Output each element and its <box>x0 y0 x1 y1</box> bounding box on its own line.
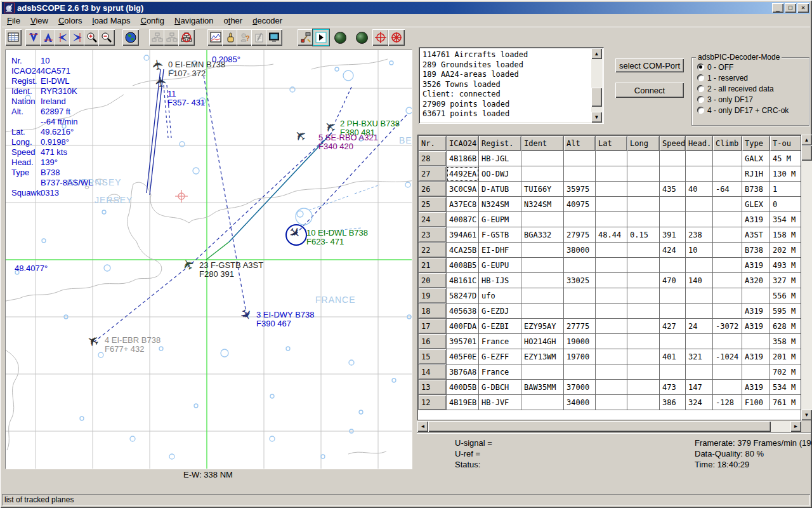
cell[interactable]: 45 M <box>770 151 802 166</box>
column-header[interactable]: Climb <box>713 136 742 151</box>
column-header[interactable]: Head. <box>686 136 713 151</box>
cell[interactable]: 327 M <box>770 273 802 288</box>
cell[interactable]: 40087C <box>447 212 479 227</box>
globe-icon[interactable] <box>122 29 139 46</box>
log-scroll-thumb[interactable] <box>591 88 602 107</box>
cell[interactable] <box>713 166 742 182</box>
cell[interactable] <box>713 212 742 227</box>
cell[interactable] <box>564 166 596 182</box>
cell[interactable]: 595 M <box>770 304 802 319</box>
cell[interactable]: 147 <box>686 380 713 395</box>
cell[interactable]: ufo <box>479 288 521 304</box>
cell[interactable]: 1 <box>770 182 802 197</box>
cell[interactable]: B738 <box>742 182 770 197</box>
cell[interactable]: F-GSTB <box>479 227 521 243</box>
cell[interactable] <box>596 349 627 364</box>
cell[interactable]: 158 M <box>770 227 802 243</box>
cell[interactable] <box>521 395 564 410</box>
cell[interactable] <box>521 151 564 166</box>
cell[interactable]: D-ATUB <box>479 182 521 197</box>
cell[interactable]: G-DBCH <box>479 380 521 395</box>
cell[interactable] <box>686 212 713 227</box>
menu-navigation[interactable]: Navigation <box>169 15 218 27</box>
cell[interactable]: GLEX <box>742 197 770 212</box>
cell[interactable] <box>627 334 660 349</box>
column-header[interactable]: Ident <box>521 136 564 151</box>
cell[interactable] <box>564 288 596 304</box>
cell[interactable]: -1024 <box>713 349 742 364</box>
cell[interactable]: 473 <box>660 380 686 395</box>
row-number-cell[interactable]: 25 <box>419 197 447 212</box>
cell[interactable]: 19000 <box>564 334 596 349</box>
cell[interactable]: G-EZBI <box>479 319 521 334</box>
cell[interactable]: 493 M <box>770 258 802 273</box>
cell[interactable]: EZY13WM <box>521 349 564 364</box>
table-scroll-right-icon[interactable]: ► <box>790 421 801 432</box>
cell[interactable] <box>596 166 627 182</box>
table-icon[interactable] <box>5 29 22 46</box>
cell[interactable]: HB-JVF <box>479 395 521 410</box>
cell[interactable]: N324SM <box>521 197 564 212</box>
cell[interactable] <box>627 319 660 334</box>
cell[interactable]: 394A61 <box>447 227 479 243</box>
row-number-cell[interactable]: 13 <box>419 380 447 395</box>
table-scroll-up-icon[interactable]: ▲ <box>801 135 812 145</box>
cell[interactable] <box>627 197 660 212</box>
row-number-cell[interactable]: 15 <box>419 349 447 364</box>
cell[interactable]: 400D5B <box>447 380 479 395</box>
cell[interactable] <box>660 166 686 182</box>
cell[interactable] <box>660 364 686 380</box>
cell[interactable] <box>521 273 564 288</box>
close-button[interactable]: ✕ <box>797 3 809 13</box>
cell[interactable] <box>564 258 596 273</box>
cell[interactable] <box>713 334 742 349</box>
column-header[interactable]: Nr. <box>419 136 447 151</box>
row-number-cell[interactable]: 24 <box>419 212 447 227</box>
menu-decoder[interactable]: decoder <box>247 15 287 27</box>
cell[interactable]: F100 <box>742 395 770 410</box>
table-hscroll-thumb[interactable] <box>428 421 771 432</box>
cell[interactable]: 33025 <box>564 273 596 288</box>
table-vscroll-thumb[interactable] <box>801 145 812 161</box>
cell[interactable]: HO214GH <box>521 334 564 349</box>
monitor-icon[interactable] <box>266 29 282 46</box>
cell[interactable] <box>564 212 596 227</box>
cell[interactable] <box>596 273 627 288</box>
crosshair-x-icon[interactable] <box>388 29 405 46</box>
cell[interactable] <box>686 364 713 380</box>
cell[interactable] <box>596 319 627 334</box>
cell[interactable]: 391 <box>660 227 686 243</box>
cell[interactable]: TUI66Y <box>521 182 564 197</box>
log-scroll-down-icon[interactable]: ▼ <box>591 112 602 123</box>
map-canvas[interactable]: Nr.10ICAO244CA571Regist.EI-DWLIdent.RYR3… <box>5 50 412 469</box>
radio-button-icon[interactable] <box>697 107 704 114</box>
cell[interactable]: 238 <box>686 227 713 243</box>
cell[interactable] <box>521 304 564 319</box>
cell[interactable] <box>660 304 686 319</box>
cell[interactable] <box>686 258 713 273</box>
play-icon[interactable] <box>313 29 329 46</box>
cell[interactable]: G-EZDJ <box>479 304 521 319</box>
cell[interactable]: A37EC8 <box>447 197 479 212</box>
cell[interactable] <box>660 212 686 227</box>
cell[interactable] <box>596 334 627 349</box>
table-row[interactable]: 13400D5BG-DBCHBAW35MM37000473147A319534 … <box>419 380 802 395</box>
row-number-cell[interactable]: 27 <box>419 166 447 182</box>
cell[interactable]: 130 M <box>770 166 802 182</box>
cell[interactable] <box>742 334 770 349</box>
cell[interactable] <box>627 151 660 166</box>
cell[interactable]: 405638 <box>447 304 479 319</box>
table-row[interactable]: 15405F0EG-EZFFEZY13WM19700401321-1024A31… <box>419 349 802 364</box>
table-row[interactable]: 1958247Dufo556 M <box>419 288 802 304</box>
column-header[interactable]: Type <box>742 136 770 151</box>
cell[interactable]: 37000 <box>564 380 596 395</box>
table-row[interactable]: 284B186BHB-JGLGALX45 M <box>419 151 802 166</box>
cell[interactable] <box>660 197 686 212</box>
cell[interactable] <box>686 166 713 182</box>
cell[interactable] <box>564 364 596 380</box>
cell[interactable] <box>596 288 627 304</box>
cell[interactable]: 324 <box>686 395 713 410</box>
cell[interactable] <box>596 197 627 212</box>
table-hscrollbar[interactable]: ◄ ► <box>417 421 801 432</box>
cell[interactable]: 405F0E <box>447 349 479 364</box>
